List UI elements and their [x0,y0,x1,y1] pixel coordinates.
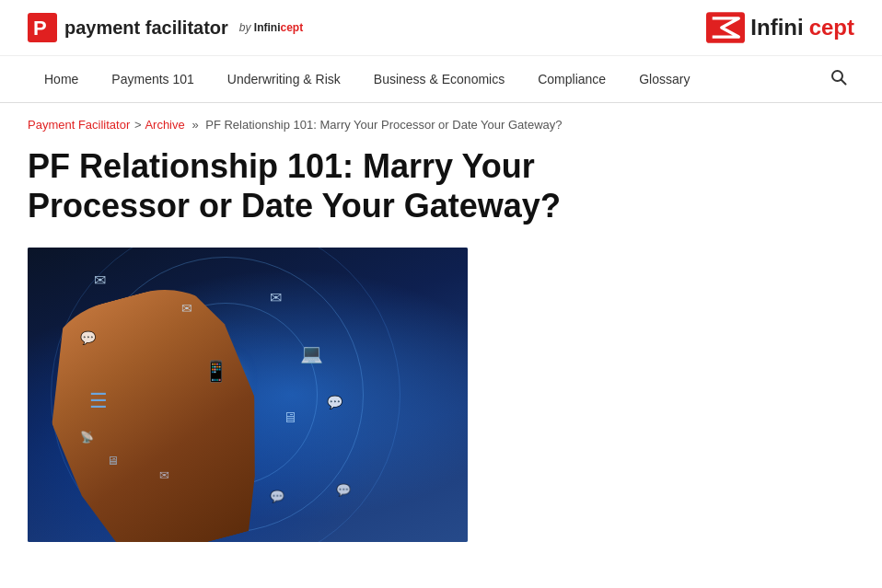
icon-chat-3: 💬 [336,483,351,497]
icon-email-2: ✉ [181,301,192,316]
logo-cept: cept [281,21,304,34]
nav-item-home[interactable]: Home [28,59,95,99]
breadcrumb-home-link[interactable]: Payment Facilitator [28,118,130,132]
icon-menu: ☰ [89,389,108,413]
breadcrumb: Payment Facilitator > Archive » PF Relat… [0,103,882,139]
icon-phone: 📱 [203,360,228,384]
header-brand-cept: cept [809,15,854,40]
icon-dots: 💬 [270,490,284,503]
nav-item-glossary[interactable]: Glossary [622,59,706,99]
site-logo-wordmark: payment facilitator [64,17,228,39]
main-nav: Home Payments 101 Underwriting & Risk Bu… [0,56,882,103]
svg-line-4 [841,80,846,85]
logo-infini: Infini [254,21,281,34]
article-main: PF Relationship 101: Marry Your Processo… [0,139,882,570]
icon-wifi: 📡 [80,431,94,444]
site-logo-icon: P [28,13,57,42]
search-button[interactable] [823,56,854,102]
breadcrumb-separator-1: > [134,118,142,132]
icon-email-1: ✉ [94,271,106,289]
infinicept-logo-icon [706,11,745,44]
icon-server: 🖥 [283,409,297,426]
nav-item-payments-101[interactable]: Payments 101 [95,59,211,99]
site-header: P payment facilitator by Infinicept Infi… [0,0,882,56]
icon-chat-1: 💬 [80,330,96,345]
breadcrumb-separator-2: » [191,118,202,132]
logo-by-text: by Infinicept [239,21,303,34]
logo-by-label: by [239,21,254,34]
article-title: PF Relationship 101: Marry Your Processo… [28,146,672,225]
logo-area: P payment facilitator by Infinicept [28,13,303,42]
nav-item-business-economics[interactable]: Business & Economics [357,59,521,99]
svg-text:P: P [33,17,47,40]
breadcrumb-current: PF Relationship 101: Marry Your Processo… [205,118,562,132]
header-right: Infinicept [706,11,854,44]
icon-email-4: ✉ [159,468,169,482]
icon-laptop: 💻 [300,342,323,364]
search-icon [830,69,847,86]
logo-wordmark-text: payment facilitator [64,17,228,38]
hero-image: ✉ ✉ ✉ 💬 📱 💻 💬 🖥 📡 🖥 ✉ 💬 💬 ☰ [28,248,468,542]
icon-monitor: 🖥 [107,454,119,467]
infinicept-wordmark: Infinicept [750,15,854,40]
nav-item-compliance[interactable]: Compliance [521,59,622,99]
icon-chat-2: 💬 [327,395,342,409]
header-brand-infini: Infini [750,15,803,40]
breadcrumb-archive-link[interactable]: Archive [145,118,184,132]
nav-item-underwriting-risk[interactable]: Underwriting & Risk [211,59,357,99]
icon-email-3: ✉ [270,289,282,306]
logo-brand: Infinicept [254,21,303,34]
